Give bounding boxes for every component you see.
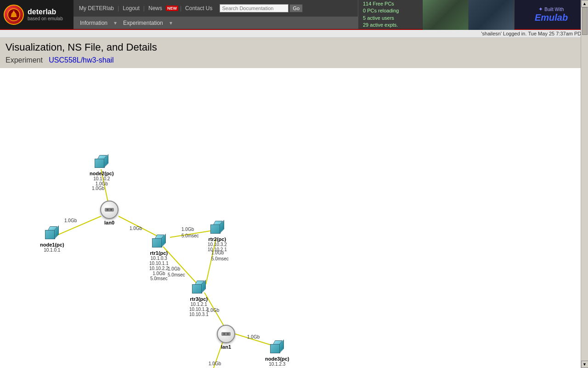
rtr3-icon: [191, 279, 207, 295]
news-link[interactable]: News: [147, 5, 164, 12]
built-with-label: Built With: [544, 7, 564, 12]
experimentation-menu[interactable]: Experimentation: [120, 19, 166, 27]
rtr2-ip1: 10.10.3.2: [208, 242, 227, 247]
rtr1-bw: 1.0Gb: [153, 271, 165, 276]
scroll-up-button[interactable]: ▲: [581, 0, 588, 7]
site-name: deterlab: [28, 8, 63, 16]
built-with-text: ✦ Built With: [538, 6, 564, 12]
site-tagline: based on emulab: [28, 16, 63, 21]
free-pcs-stat: 114 Free PCs: [363, 0, 418, 7]
information-menu[interactable]: Information: [77, 19, 110, 27]
rtr3-ip1: 10.1.2.1: [191, 302, 207, 307]
svg-text:1.0Gb: 1.0Gb: [64, 218, 77, 223]
svg-text:1.0Gb: 1.0Gb: [130, 226, 142, 231]
stats-area: 114 Free PCs 0 PCs reloading 5 active us…: [358, 0, 422, 29]
rtr2-icon: [209, 219, 226, 236]
network-svg: 1.0Gb 1.0Gb 1.0Gb 1.0Gb 5.0msec 1.0Gb 5.…: [5, 73, 583, 368]
search-input[interactable]: [220, 4, 288, 12]
rtr1-icon: [151, 233, 167, 249]
switch-body: [105, 208, 114, 212]
experiment-project-link[interactable]: USC558L: [49, 56, 80, 64]
separator2: |: [143, 5, 145, 12]
rtr2-container[interactable]: rtr2(pc) 10.10.3.2 10.10.2.1: [208, 219, 227, 252]
node2-ip: 10.1.0.2: [93, 176, 110, 181]
contact-us-link[interactable]: Contact Us: [183, 5, 214, 12]
banner-images: [422, 0, 514, 29]
node3-icon: [269, 339, 285, 355]
pc-box-icon2: [45, 226, 59, 239]
lan0-container[interactable]: lan0: [100, 201, 119, 225]
box-front3: [152, 238, 162, 247]
rtr1-ip3: 10.10.2.2: [149, 266, 169, 271]
node1-ip: 10.1.0.1: [44, 247, 60, 253]
network-visualization: 1.0Gb 1.0Gb 1.0Gb 1.0Gb 5.0msec 1.0Gb 5.…: [5, 73, 583, 368]
experiment-line: Experiment USC558L/hw3-shail: [0, 55, 588, 68]
news-badge: NEW: [166, 6, 178, 11]
node1-label: node1(pc): [40, 242, 64, 247]
banner-image-2: [469, 0, 514, 30]
svg-text:1.0Gb: 1.0Gb: [92, 186, 105, 191]
node2-container[interactable]: node2(pc) 10.1.0.2 1.0Gb: [90, 153, 114, 186]
box-front2: [45, 230, 55, 239]
arrow-down-icon: ▾: [114, 20, 117, 26]
active-expts-stat: 29 active expts.: [363, 22, 418, 29]
active-users-stat: 5 active users: [363, 15, 418, 22]
search-button[interactable]: Go: [289, 4, 303, 12]
rtr1-container[interactable]: rtr1(pc) 10.1.0.3 10.10.1.1 10.10.2.2 1.…: [149, 233, 169, 281]
logged-in-text: 'shailesn' Logged in.: [481, 31, 526, 36]
banner-placeholder-2: [469, 0, 514, 30]
my-deterlab-link[interactable]: My DETERlab: [77, 5, 116, 12]
datetime-text: Tue May 25 7:37am PDT: [528, 31, 584, 36]
node3-container[interactable]: node3(pc) 10.1.2.3: [265, 339, 289, 367]
svg-text:1.0Gb: 1.0Gb: [181, 227, 194, 232]
lan0-label: lan0: [104, 220, 114, 225]
top-nav: My DETERlab | Logout | News NEW | Contac…: [74, 0, 358, 17]
pc-box-icon5: [192, 281, 206, 293]
lan1-label: lan1: [221, 344, 231, 350]
experiment-label: Experiment: [6, 56, 43, 64]
rtr3-label: rtr3(pc): [190, 296, 208, 302]
rtr2-label: rtr2(pc): [209, 236, 226, 242]
svg-text:1.0Gb: 1.0Gb: [209, 361, 221, 366]
main-content: 1.0Gb 1.0Gb 1.0Gb 1.0Gb 5.0msec 1.0Gb 5.…: [0, 68, 588, 368]
separator1: |: [118, 5, 119, 12]
right-scroll-thumb[interactable]: [582, 7, 588, 35]
box-front5: [192, 284, 202, 293]
node1-container[interactable]: node1(pc) 10.1.0.1: [40, 224, 64, 253]
svg-text:1.0Gb: 1.0Gb: [247, 334, 260, 339]
logo-area: deterlab based on emulab: [0, 0, 74, 29]
lan0-icon: [100, 201, 119, 219]
rtr1-delay: 5.0msec: [150, 276, 168, 281]
vertical-scrollbar: ▲ ▼: [581, 0, 588, 368]
lan1-icon: [217, 325, 235, 343]
pc-box-icon: [95, 155, 108, 168]
pcs-reloading-stat: 0 PCs reloading: [363, 7, 418, 14]
nav-area: My DETERlab | Logout | News NEW | Contac…: [74, 0, 358, 29]
pc-box-icon4: [210, 221, 224, 234]
banner-placeholder-1: [423, 0, 468, 30]
banner-image-1: [423, 0, 469, 30]
svg-text:5.0msec: 5.0msec: [181, 233, 199, 238]
experiment-name-link[interactable]: /hw3-shail: [81, 56, 114, 64]
emulab-logo: ✦ Built With Emulab: [514, 0, 588, 29]
svg-text:1.0Gb: 1.0Gb: [207, 308, 220, 313]
rtr1-ip1: 10.1.0.3: [151, 256, 167, 261]
node2-label: node2(pc): [90, 171, 114, 176]
node2-bw: 1.0Gb: [96, 181, 108, 186]
user-bar: 'shailesn' Logged in. Tue May 25 7:37am …: [0, 30, 588, 38]
lan1-container[interactable]: lan1: [217, 325, 235, 350]
rtr3-ip2: 10.10.1.2: [189, 307, 209, 312]
logo-text: deterlab based on emulab: [28, 8, 63, 21]
logout-link[interactable]: Logout: [121, 5, 141, 12]
box-front6: [270, 344, 280, 353]
arrow-down-icon2: ▾: [170, 20, 172, 26]
rtr3-ip3: 10.10.3.1: [189, 312, 209, 317]
bottom-nav: Information ▾ Experimentation ▾: [74, 17, 358, 29]
scroll-down-button[interactable]: ▼: [581, 361, 588, 368]
rtr3-container[interactable]: rtr3(pc) 10.1.2.1 10.10.1.2 10.10.3.1: [189, 279, 209, 317]
node3-ip: 10.1.2.3: [269, 362, 285, 367]
svg-text:1.0Gb: 1.0Gb: [168, 266, 181, 271]
pc-box-icon3: [152, 235, 166, 247]
switch-body2: [221, 332, 231, 336]
deterlab-logo-icon: [4, 5, 24, 25]
